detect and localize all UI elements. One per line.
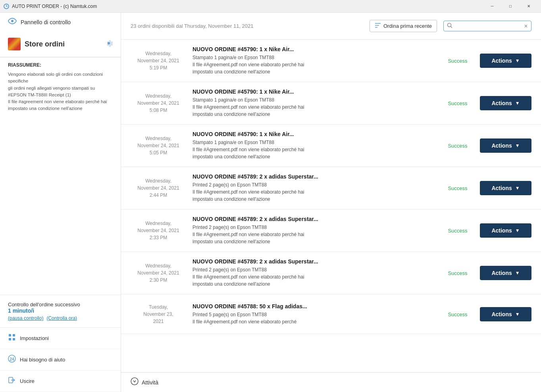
status-badge: Success [448, 228, 467, 234]
sort-button[interactable]: Ordina prima recente [370, 20, 437, 32]
control-value: 1 minuto/i [8, 307, 113, 314]
gear-icon[interactable] [105, 39, 113, 49]
order-info: NUOVO ORDINE #45789: 2 x adidas Supersta… [193, 173, 435, 203]
order-date: Wednesday, November 24, 2021 5:05 PM [131, 135, 186, 156]
svg-text:24: 24 [10, 357, 14, 361]
activity-toggle-icon[interactable] [131, 377, 139, 387]
order-date: Tuesday, November 23, 2021 [131, 304, 186, 325]
search-clear-button[interactable]: ✕ [524, 23, 528, 29]
order-date: Wednesday, November 24, 2021 5:08 PM [131, 92, 186, 114]
actions-button[interactable]: Actions ▼ [480, 223, 531, 238]
order-title: NUOVO ORDINE #45789: 2 x adidas Supersta… [193, 173, 435, 180]
order-status: Success [442, 184, 474, 192]
window-controls: ─ □ ✕ [483, 0, 538, 13]
order-detail: Stampato 1 pagina/e on Epson TMT88Il fil… [193, 54, 435, 75]
svg-point-20 [131, 378, 138, 385]
search-input[interactable] [455, 23, 522, 29]
actions-button[interactable]: Actions ▼ [480, 96, 531, 110]
content-area: 23 ordini disponibili dal Thursday, Nove… [121, 13, 541, 392]
order-title: NUOVO ORDINE #45790: 1 x Nike Air... [193, 46, 435, 52]
order-status: Success [442, 311, 474, 318]
order-info: NUOVO ORDINE #45789: 2 x adidas Supersta… [193, 216, 435, 245]
pause-control-link[interactable]: (pausa controllo) [8, 315, 43, 321]
svg-point-18 [448, 23, 451, 27]
order-row: Wednesday, November 24, 2021 2:30 PMNUOV… [121, 252, 541, 294]
order-date: Wednesday, November 24, 2021 2:44 PM [131, 177, 186, 199]
status-badge: Success [448, 143, 467, 149]
sidebar-item-settings[interactable]: Impostazioni [0, 328, 121, 349]
control-section: Controllo dell'ordine successivo 1 minut… [0, 295, 121, 327]
sidebar-item-help[interactable]: 24 Hai bisogno di aiuto [0, 349, 121, 371]
sidebar-nav-top[interactable]: Pannello di controllo [0, 13, 121, 31]
dashboard-label: Pannello di controllo [21, 19, 71, 25]
order-info: NUOVO ORDINE #45788: 50 x Flag adidas...… [193, 303, 435, 325]
order-detail: Stampato 1 pagina/e on Epson TMT88Il fil… [193, 96, 435, 118]
control-label: Controllo dell'ordine successivo [8, 302, 113, 307]
logout-icon [8, 376, 16, 386]
check-now-link[interactable]: (Controlla ora) [46, 315, 77, 321]
order-status: Success [442, 100, 474, 107]
order-date: Wednesday, November 24, 2021 2:33 PM [131, 220, 186, 241]
status-badge: Success [448, 185, 467, 191]
close-button[interactable]: ✕ [520, 0, 538, 13]
order-detail: Printed 2 page(s) on Epson TMT88Il file … [193, 266, 435, 288]
actions-button[interactable]: Actions ▼ [480, 307, 531, 321]
logout-label: Uscire [20, 378, 35, 384]
order-status: Success [442, 227, 474, 234]
order-status: Success [442, 269, 474, 277]
dropdown-arrow-icon: ▼ [515, 185, 520, 191]
actions-button[interactable]: Actions ▼ [480, 266, 531, 280]
help-label: Hai bisogno di aiuto [20, 357, 65, 363]
actions-button[interactable]: Actions ▼ [480, 54, 531, 68]
sidebar-item-logout[interactable]: Uscire [0, 371, 121, 392]
orders-count: 23 ordini disponibili dal Thursday, Nove… [131, 23, 363, 29]
content-header: 23 ordini disponibili dal Thursday, Nove… [121, 13, 541, 40]
svg-rect-9 [9, 338, 11, 340]
sidebar-footer: Impostazioni 24 Hai bisogno di aiuto [0, 327, 121, 392]
status-badge: Success [448, 311, 467, 317]
order-detail: Printed 2 page(s) on Epson TMT88Il file … [193, 181, 435, 203]
actions-button[interactable]: Actions ▼ [480, 181, 531, 195]
order-title: NUOVO ORDINE #45790: 1 x Nike Air... [193, 88, 435, 95]
dropdown-arrow-icon: ▼ [515, 100, 520, 106]
order-status: Success [442, 57, 474, 64]
svg-rect-7 [9, 334, 11, 336]
svg-rect-2 [8, 38, 21, 50]
info-heading: RIASSUMERE: [8, 62, 113, 68]
order-row: Tuesday, November 23, 2021NUOVO ORDINE #… [121, 294, 541, 334]
order-info: NUOVO ORDINE #45789: 2 x adidas Supersta… [193, 258, 435, 288]
help-icon: 24 [8, 355, 16, 365]
app-title: AUTO PRINT ORDER - (c) Namtuk.com [12, 4, 483, 9]
minimize-button[interactable]: ─ [483, 0, 501, 13]
search-icon [447, 23, 452, 29]
order-status: Success [442, 142, 474, 149]
dropdown-arrow-icon: ▼ [515, 228, 520, 233]
status-badge: Success [448, 270, 467, 276]
order-row: Wednesday, November 24, 2021 5:19 PMNUOV… [121, 40, 541, 82]
dropdown-arrow-icon: ▼ [515, 143, 520, 148]
actions-button[interactable]: Actions ▼ [480, 138, 531, 153]
order-row: Wednesday, November 24, 2021 2:33 PMNUOV… [121, 209, 541, 252]
dropdown-arrow-icon: ▼ [515, 311, 520, 317]
svg-point-1 [11, 20, 13, 22]
activity-bar: Attività [121, 372, 541, 392]
store-title: Store ordini [25, 40, 101, 48]
control-links: (pausa controllo) (Controlla ora) [8, 315, 113, 321]
search-box: ✕ [443, 21, 531, 31]
svg-rect-10 [13, 338, 15, 340]
sort-label: Ordina prima recente [383, 23, 432, 29]
maximize-button[interactable]: □ [501, 0, 520, 13]
order-date: Wednesday, November 24, 2021 2:30 PM [131, 262, 186, 284]
sort-icon [375, 23, 381, 29]
orders-list: Wednesday, November 24, 2021 5:19 PMNUOV… [121, 40, 541, 372]
store-header: Store ordini [0, 31, 121, 57]
titlebar: AUTO PRINT ORDER - (c) Namtuk.com ─ □ ✕ [0, 0, 541, 13]
settings-label: Impostazioni [20, 335, 49, 341]
order-row: Wednesday, November 24, 2021 5:08 PMNUOV… [121, 82, 541, 125]
svg-line-19 [451, 27, 452, 28]
order-detail: Printed 2 page(s) on Epson TMT88Il file … [193, 224, 435, 245]
order-info: NUOVO ORDINE #45790: 1 x Nike Air...Stam… [193, 46, 435, 75]
order-detail: Printed 5 page(s) on Epson TMT88Il file … [193, 311, 435, 325]
order-title: NUOVO ORDINE #45789: 2 x adidas Supersta… [193, 258, 435, 265]
info-text: Vengono elaborati solo gli ordini con co… [8, 71, 113, 112]
